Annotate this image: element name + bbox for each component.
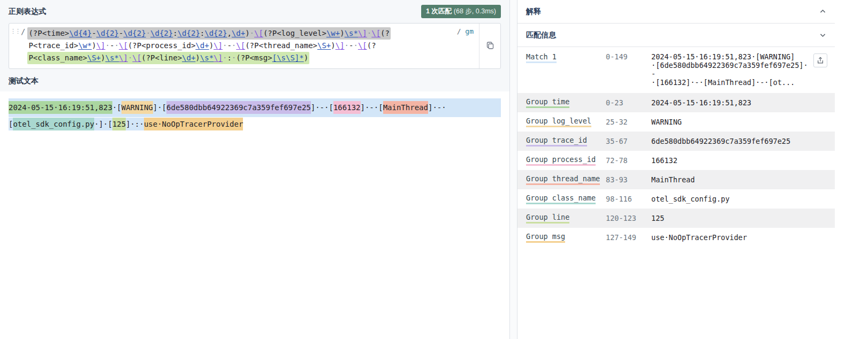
match-segment: ]·:· [126,118,144,130]
regex-section-title: 正则表达式 [9,7,46,17]
group-label: Group msg [526,232,565,243]
match-count-text: 1 次匹配 [426,7,452,15]
group-row: Group time0-232024-05-15·16:19:51,823 [517,93,835,112]
group-label: Group class_name [526,194,596,204]
regex-token-grp: ) [195,53,200,62]
regex-token-grp: ) [304,53,308,62]
regex-token-lit: - [92,29,96,37]
regex-line: P<trace_id>\w*)\]·-·\[(?P<process_id>\d+… [27,40,377,52]
match-range: 72-78 [606,156,651,165]
group-label: Group trace_id [526,136,587,147]
group-row: Group class_name98-116otel_sdk_config.py [517,189,835,209]
regex-token-dot: · [345,41,349,50]
match-value: 2024-05-15·16:19:51,823 [651,98,813,107]
regex-pattern[interactable]: (?P<time>\d{4}-\d{2}-\d{2}·\d{2}:\d{2}:\… [26,24,453,68]
match-range: 0-149 [606,52,651,61]
regex-token-dot: · [353,41,357,50]
group-highlight-time: 2024-05-15·16:19:51,823 [9,101,112,114]
regex-token-esc: \d+ [182,53,195,62]
match-range: 25-32 [606,118,651,126]
regex-token-grp: ) [101,53,105,62]
copy-icon [486,41,494,51]
regex-token-esc: \d{2} [178,29,200,37]
match-highlight: [otel_sdk_config.py·]·[125]·:·use·NoOpTr… [9,118,243,130]
group-highlight-thread_name: MainThread [383,101,428,114]
regex-token-esc: \S+ [317,41,331,50]
match-value: MainThread [651,175,813,184]
explanation-header[interactable]: 解释 [517,0,835,24]
regex-token-grp: (?P<line> [141,53,182,62]
group-row: Group thread_name83-93MainThread [517,170,835,189]
group-highlight-line: 125 [112,118,126,130]
match-segment: ]·[ [153,101,166,114]
match-value: otel_sdk_config.py [651,195,813,203]
match-range: 0-23 [606,98,651,107]
match-info-header[interactable]: 匹配信息 [517,24,835,47]
match-range: 127-149 [606,233,651,242]
panel-resizer[interactable] [509,0,517,339]
left-panel: 正则表达式 1 次匹配(68 步, 0.3ms) ⋮⋮ / (?P<time>\… [0,0,509,339]
regex-token-dot: · [232,53,236,62]
regex-token-lit: : [227,53,231,62]
test-text-area[interactable]: 2024-05-15·16:19:51,823·[WARNING]·[6de58… [0,91,509,339]
match-value: 2024-05-15·16:19:51,823·[WARNING] ·[6de5… [651,52,813,87]
export-match-button[interactable] [813,53,827,67]
match-value: 125 [651,214,813,222]
match-segment: ]·-·[ [311,101,333,114]
regex-token-grp: P<class_name> [28,53,87,62]
match-value: 166132 [651,156,813,165]
match-value: use·NoOpTracerProvider [651,233,813,242]
regex-token-grp: (? [380,29,390,37]
regex-token-br: \] [336,41,345,50]
regex-input[interactable]: ⋮⋮ / (?P<time>\d{4}-\d{2}-\d{2}·\d{2}:\d… [9,23,501,69]
regex-token-grp: ) [340,29,344,37]
regex-token-br: \] [358,29,367,37]
regex-token-br: \[ [132,53,141,62]
regex-token-esc: \d+ [232,29,245,37]
share-icon [817,57,824,64]
match-range: 35-67 [606,137,651,145]
regex-token-esc: \d{2} [96,29,119,37]
regex-token-grp: (?P<thread_name> [245,41,317,50]
regex-line: (?P<time>\d{4}-\d{2}-\d{2}·\d{2}:\d{2}:\… [27,27,391,40]
copy-regex-button[interactable] [484,39,497,53]
regex-token-dot: · [250,29,254,37]
group-highlight-class_name: otel_sdk_config.py [13,118,94,130]
group-label: Group line [526,213,569,224]
test-text-title: 测试文本 [9,69,501,91]
regex-token-esc: \s* [105,53,119,62]
regex-token-br: \] [214,41,223,50]
group-row: Group trace_id35-676de580dbb64922369c7a3… [517,132,835,151]
regex-token-esc: [\s\S]* [272,53,304,62]
regex-token-esc: \d{4} [69,29,92,37]
regex-header-row: 正则表达式 1 次匹配(68 步, 0.3ms) [9,5,501,18]
match-segment: ]·-· [428,101,446,114]
regex-line: P<class_name>\S+)\s*\]·\[(?P<line>\d+)\s… [27,52,309,64]
regex-token-grp: ) [331,41,335,50]
group-row: Group msg127-149use·NoOpTracerProvider [517,228,835,247]
regex-token-grp: (?P<process_id> [128,41,195,50]
regex-token-br: \] [119,53,128,62]
group-highlight-trace_id: 6de580dbb64922369c7a359fef697e25 [166,101,311,114]
regex-token-lit: : [173,29,177,37]
regex-token-br: \[ [358,41,367,50]
drag-handle-icon[interactable]: ⋮⋮ [9,24,21,68]
regex-token-grp: (? [367,41,376,50]
regex-token-br: \[ [236,41,245,50]
regex-token-dot: · [232,41,236,50]
regex-token-grp: (?P<msg> [236,53,272,62]
regex-token-esc: \s* [200,53,214,62]
group-row: Group process_id72-78166132 [517,151,835,170]
regex-token-esc: \S+ [87,53,101,62]
chevron-down-icon [819,32,826,38]
regex-token-br: \] [214,53,223,62]
match-row: Match 10-1492024-05-15·16:19:51,823·[WAR… [517,47,835,93]
regex-token-grp: (?P<log_level> [263,29,326,37]
regex-flags[interactable]: / gm [454,24,479,68]
regex-token-lit: - [227,41,231,50]
regex-token-esc: \d{2} [150,29,173,37]
regex-token-dot: · [105,41,110,50]
regex-open-delimiter: / [21,24,26,68]
right-panel: 解释 匹配信息 Match 10-1492024-05-15·16:19:51,… [517,0,868,339]
regex-token-br: \[ [371,29,380,37]
